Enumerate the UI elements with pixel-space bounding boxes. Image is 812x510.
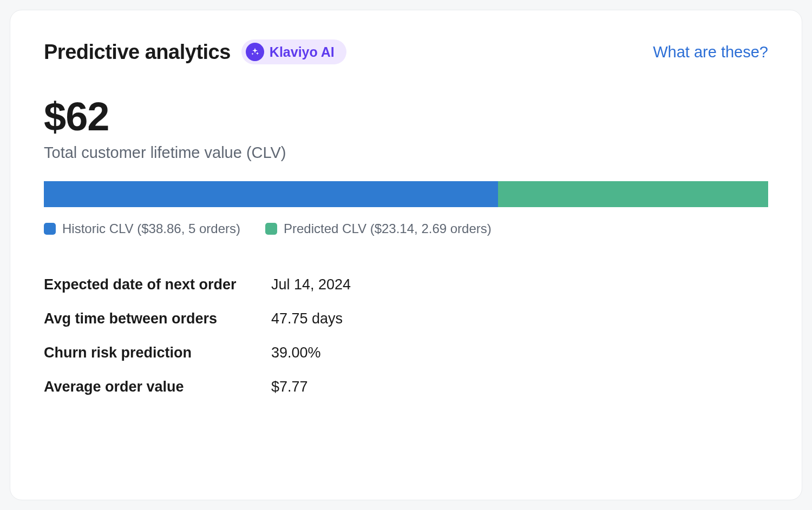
clv-bar-predicted [498,181,768,207]
clv-total-value: $62 [44,94,768,140]
ai-badge[interactable]: Klaviyo AI [241,39,346,64]
stat-row: Average order value $7.77 [44,370,768,404]
stat-row: Expected date of next order Jul 14, 2024 [44,268,768,302]
sparkle-icon [246,43,264,61]
stat-value: 47.75 days [271,310,343,327]
stat-row: Churn risk prediction 39.00% [44,336,768,370]
stat-value: 39.00% [271,345,321,361]
stat-value: $7.77 [271,379,308,395]
legend-label-historic: Historic CLV ($38.86, 5 orders) [62,221,240,236]
ai-badge-label: Klaviyo AI [270,44,335,60]
stats-list: Expected date of next order Jul 14, 2024… [44,268,768,404]
clv-bar-historic [44,181,498,207]
stat-label: Expected date of next order [44,276,271,293]
card-title: Predictive analytics [44,41,231,64]
stat-label: Avg time between orders [44,310,271,327]
stat-label: Average order value [44,379,271,395]
clv-subtitle: Total customer lifetime value (CLV) [44,144,768,162]
help-link[interactable]: What are these? [653,43,768,61]
card-header: Predictive analytics Klaviyo AI What are… [44,39,768,64]
legend-label-predicted: Predicted CLV ($23.14, 2.69 orders) [284,221,492,236]
legend-swatch-green [265,223,277,235]
stat-label: Churn risk prediction [44,345,271,361]
clv-segmented-bar [44,181,768,207]
stat-value: Jul 14, 2024 [271,276,351,293]
legend-item-historic: Historic CLV ($38.86, 5 orders) [44,221,240,236]
clv-legend: Historic CLV ($38.86, 5 orders) Predicte… [44,221,768,236]
title-row: Predictive analytics Klaviyo AI [44,39,346,64]
legend-swatch-blue [44,223,56,235]
legend-item-predicted: Predicted CLV ($23.14, 2.69 orders) [265,221,492,236]
predictive-analytics-card: Predictive analytics Klaviyo AI What are… [10,10,802,500]
stat-row: Avg time between orders 47.75 days [44,302,768,336]
